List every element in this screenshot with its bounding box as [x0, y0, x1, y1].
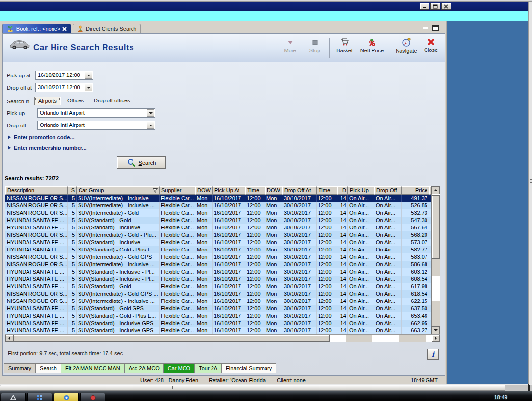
scrollbar-thumb[interactable] [13, 335, 330, 342]
info-button[interactable]: i [427, 349, 439, 360]
dropdown-button[interactable] [85, 84, 92, 91]
taskbar-browser-button-active[interactable] [54, 393, 79, 401]
result-row[interactable]: NISSAN ROGUE OR S...5SUV(Intermediate) -… [5, 202, 440, 209]
search-in-airports[interactable]: Airports [34, 97, 61, 105]
result-row[interactable]: HYUNDAI SANTA FE ...5SUV(Standard) - Inc… [5, 239, 440, 246]
scroll-right-button[interactable] [432, 335, 440, 342]
column-header-d[interactable]: D [337, 186, 348, 195]
scroll-left-button[interactable] [5, 335, 13, 342]
column-header-time[interactable]: Time [317, 186, 337, 195]
result-row[interactable]: NISSAN ROGUE OR S...5SUV(Intermediate) -… [5, 209, 440, 217]
navigate-button[interactable]: Navigate [393, 36, 420, 60]
bottom-tab-financial-summary[interactable]: Financial Summary [221, 363, 276, 373]
bottom-tab-acc-2a-mco[interactable]: Acc 2A MCO [124, 363, 164, 373]
column-header-s[interactable]: S [68, 186, 77, 195]
dropoff-combo[interactable]: Orlando Intl Airport [37, 121, 155, 130]
maximize-button[interactable] [430, 3, 440, 10]
result-row[interactable]: HYUNDAI SANTA FE ...5SUV(Standard) - Inc… [5, 276, 440, 283]
promotion-code-expander[interactable]: Enter promotion code... [8, 134, 74, 140]
cell: 12:00 [317, 195, 337, 202]
cell: 568.20 [402, 231, 429, 239]
taskbar-explorer-button[interactable] [27, 393, 52, 401]
column-header-dow[interactable]: DOW [265, 186, 282, 195]
dropdown-button[interactable] [147, 122, 154, 129]
column-header-price[interactable]: Price [402, 186, 429, 195]
result-row[interactable]: HYUNDAI SANTA FE ...5SUV(Standard) - Inc… [5, 320, 440, 327]
vertical-scrollbar[interactable] [431, 186, 440, 334]
dropdown-button[interactable] [147, 109, 154, 117]
result-row[interactable]: NISSAN ROGUE OR S...5SUV(Intermediate) -… [5, 253, 440, 261]
panel-minimize-button[interactable] [423, 27, 428, 29]
column-header-pick-up[interactable]: Pick Up [348, 186, 374, 195]
result-row[interactable]: NISSAN ROGUE OR S...5SUV(Intermediate) -… [5, 195, 440, 202]
tab-close-icon[interactable] [62, 27, 67, 31]
horizontal-scrollbar[interactable] [5, 334, 440, 342]
cell: 12:00 [245, 320, 265, 327]
cell: NISSAN ROGUE OR S... [5, 209, 68, 217]
scrollbar-thumb[interactable] [0, 385, 505, 391]
scrollbar-thumb[interactable] [432, 195, 440, 259]
search-in-dropoff-offices[interactable]: Drop off offices [90, 97, 133, 105]
tab-direct-clients-search[interactable]: Direct Clients Search [73, 24, 141, 34]
column-header-description[interactable]: Description [5, 186, 68, 195]
result-row[interactable]: NISSAN ROGUE OR S...5SUV(Intermediate) -… [5, 231, 440, 239]
column-header-time[interactable]: Time [245, 186, 265, 195]
column-header-dow[interactable]: DOW [195, 186, 213, 195]
more-button[interactable]: More [278, 36, 302, 60]
tab-booking-ref[interactable]: Book. ref.: <none> [2, 24, 71, 34]
result-row[interactable]: HYUNDAI SANTA FE ...5SUV(Standard) - Gol… [5, 283, 440, 290]
dropdown-button[interactable] [85, 72, 92, 79]
column-header-supplier[interactable]: Supplier [160, 186, 195, 195]
result-row[interactable]: HYUNDAI SANTA FE ...5SUV(Standard) - Inc… [5, 224, 440, 231]
membership-number-expander[interactable]: Enter membership number... [8, 145, 87, 150]
taskbar-app-button[interactable] [80, 393, 105, 401]
cell: 12:00 [317, 239, 337, 246]
bottom-tab-tour-2a[interactable]: Tour 2A [194, 363, 222, 373]
panel-restore-button[interactable] [432, 25, 439, 31]
column-header-pick-up-at[interactable]: Pick Up At [213, 186, 245, 195]
cell: Mon [195, 320, 213, 327]
cell: On Air... [374, 290, 402, 298]
basket-button[interactable]: Basket [332, 36, 357, 60]
cell: 12:00 [245, 298, 265, 305]
result-row[interactable]: HYUNDAI SANTA FE ...5SUV(Standard) - Inc… [5, 327, 440, 334]
taskbar-start-button[interactable] [1, 393, 26, 401]
cell: 637.50 [402, 305, 429, 312]
scroll-down-button[interactable] [431, 326, 440, 334]
cell: 5 [68, 224, 77, 231]
result-row[interactable]: NISSAN ROGUE OR S...5SUV(Intermediate) -… [5, 290, 440, 298]
right-scroll-strip[interactable] [528, 2, 532, 391]
nett-price-button[interactable]: Nett Price [357, 36, 387, 60]
filter-funnel-icon[interactable] [153, 188, 158, 193]
cell: 573.07 [402, 239, 429, 246]
column-header-drop-off[interactable]: Drop Off [374, 186, 402, 195]
close-button[interactable]: Close [420, 36, 442, 60]
result-row[interactable]: HYUNDAI SANTA FE ...5SUV(Standard) - Gol… [5, 305, 440, 312]
pickup-at-combo[interactable]: 16/10/2017 12:00 [35, 71, 93, 80]
bottom-tab-flt-2a-man-mco-man[interactable]: Flt 2A MAN MCO MAN [61, 363, 125, 373]
result-row[interactable]: HYUNDAI SANTA FE ...5SUV(Standard) - Gol… [5, 217, 440, 224]
bottom-tab-car-mco[interactable]: Car MCO [163, 363, 195, 373]
scroll-up-button[interactable] [431, 186, 440, 194]
column-header-car-group[interactable]: Car Group [77, 186, 160, 195]
search-button[interactable]: Search [117, 156, 166, 169]
viewer-horizontal-scrollbar[interactable] [0, 384, 532, 391]
column-header-drop-off-at[interactable]: Drop Off At [282, 186, 317, 195]
pickup-combo[interactable]: Orlando Intl Airport [37, 108, 155, 118]
result-row[interactable]: NISSAN ROGUE OR S...5SUV(Intermediate) -… [5, 298, 440, 305]
minimize-button[interactable] [420, 3, 429, 10]
result-row[interactable]: HYUNDAI SANTA FE ...5SUV(Standard) - Inc… [5, 268, 440, 276]
cell: HYUNDAI SANTA FE ... [5, 320, 68, 327]
result-row[interactable]: HYUNDAI SANTA FE ...5SUV(Standard) - Gol… [5, 246, 440, 253]
cell: 567.64 [402, 224, 429, 231]
result-row[interactable]: HYUNDAI SANTA FE ...5SUV(Standard) - Gol… [5, 312, 440, 320]
result-row[interactable]: NISSAN ROGUE OR S...5SUV(Intermediate) -… [5, 261, 440, 268]
bottom-tab-search[interactable]: Search [35, 363, 61, 373]
table-header-row: DescriptionSCar GroupSupplierDOWPick Up … [5, 186, 440, 195]
close-window-button[interactable] [441, 3, 451, 10]
search-in-offices[interactable]: Offices [64, 97, 87, 105]
dropoff-at-combo[interactable]: 30/10/2017 12:00 [35, 83, 93, 92]
stop-button[interactable]: Stop [302, 36, 327, 60]
cell: 12:00 [317, 209, 337, 217]
bottom-tab-summary[interactable]: Summary [4, 363, 36, 373]
